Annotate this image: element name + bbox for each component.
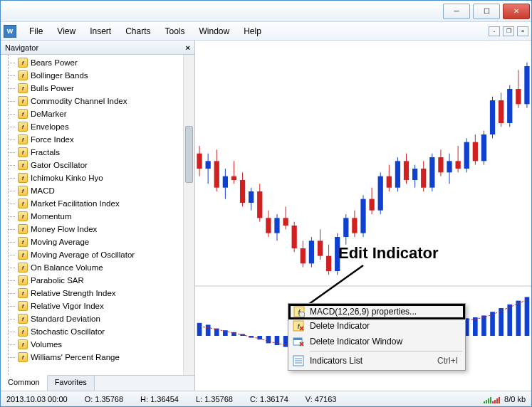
indicator-item[interactable]: fMarket Facilitation Index [8, 197, 194, 210]
indicator-item[interactable]: fMoney Flow Index [8, 223, 194, 236]
tab-common[interactable]: Common [1, 375, 48, 391]
indicator-item[interactable]: fMomentum [8, 210, 194, 223]
svg-rect-5 [214, 161, 219, 187]
indicator-icon: f [18, 211, 28, 221]
mdi-minimize[interactable]: - [489, 26, 500, 36]
ctx-properties-label: MACD(12,26,9) properties... [310, 307, 417, 317]
status-date: 2013.10.03 00:00 [6, 395, 85, 403]
status-low: L: 1.35768 [196, 395, 250, 403]
indicator-item[interactable]: fVolumes [8, 338, 194, 351]
indicator-item[interactable]: fWilliams' Percent Range [8, 351, 194, 364]
indicator-icon: f [18, 109, 28, 119]
indicator-label: Standard Deviation [31, 314, 100, 323]
indicator-label: Relative Vigor Index [31, 302, 104, 310]
indicator-item[interactable]: fFractals [8, 146, 194, 159]
indicator-icon: f [18, 199, 28, 208]
app-icon: W [4, 25, 16, 38]
svg-rect-23 [292, 226, 297, 248]
indicator-item[interactable]: fBollinger Bands [8, 69, 194, 82]
indicator-item[interactable]: fStochastic Oscillator [8, 325, 194, 338]
menu-insert[interactable]: Insert [83, 23, 118, 39]
svg-rect-11 [240, 180, 245, 203]
svg-rect-73 [507, 89, 512, 123]
indicator-label: Bollinger Bands [31, 71, 88, 80]
status-close: C: 1.36174 [250, 395, 306, 403]
indicator-icon: f [18, 96, 28, 106]
statusbar: 2013.10.03 00:00 O: 1.35768 H: 1.36454 L… [1, 391, 531, 406]
indicator-item[interactable]: fIchimoku Kinko Hyo [8, 171, 194, 184]
indicator-label: Bulls Power [31, 84, 74, 92]
ctx-delete-label: Delete Indicator [310, 321, 370, 331]
indicator-label: Money Flow Index [31, 225, 97, 233]
svg-rect-47 [395, 161, 400, 187]
ctx-delete-window[interactable]: Delete Indicator Window [290, 334, 464, 349]
svg-rect-65 [473, 142, 478, 162]
indicator-label: Market Facilitation Index [31, 199, 120, 208]
indicator-item[interactable]: fParabolic SAR [8, 274, 194, 287]
indicator-label: Bears Power [31, 58, 78, 67]
indicator-label: Moving Average [31, 238, 89, 246]
indicator-icon: f [18, 147, 28, 157]
menu-window[interactable]: Window [192, 23, 237, 39]
indicator-item[interactable]: fStandard Deviation [8, 312, 194, 325]
indicator-icon: f [18, 224, 28, 234]
maximize-button[interactable]: ☐ [473, 4, 500, 19]
svg-rect-19 [274, 218, 279, 233]
indicator-label: Fractals [31, 148, 60, 157]
svg-rect-41 [369, 199, 374, 211]
navigator-tree[interactable]: fBears PowerfBollinger BandsfBulls Power… [1, 55, 194, 375]
indicator-icon: f [18, 301, 28, 311]
menu-help[interactable]: Help [236, 23, 268, 39]
indicator-item[interactable]: fOn Balance Volume [8, 261, 194, 274]
indicator-item[interactable]: fBears Power [8, 56, 194, 69]
context-menu: f MACD(12,26,9) properties... f Delete I… [288, 303, 466, 371]
indicator-item[interactable]: fRelative Strength Index [8, 287, 194, 300]
indicator-icon: f [18, 83, 28, 93]
indicator-item[interactable]: fMoving Average of Oscillator [8, 248, 194, 261]
tab-favorites[interactable]: Favorites [48, 375, 95, 391]
minimize-button[interactable]: ─ [443, 4, 470, 19]
ctx-properties[interactable]: f MACD(12,26,9) properties... [288, 304, 465, 319]
ctx-delete-window-label: Delete Indicator Window [310, 337, 402, 347]
indicator-item[interactable]: fDeMarker [8, 107, 194, 120]
indicator-icon: f [18, 263, 28, 273]
navigator-title-text: Navigator [5, 43, 38, 52]
svg-rect-63 [464, 142, 469, 169]
svg-rect-61 [455, 161, 460, 169]
ctx-delete-indicator[interactable]: f Delete Indicator [290, 318, 464, 334]
svg-rect-51 [412, 169, 417, 180]
indicator-icon: f [18, 122, 28, 132]
svg-rect-25 [301, 248, 306, 263]
indicator-item[interactable]: fForce Index [8, 133, 194, 146]
navigator-close-icon[interactable]: × [186, 43, 190, 52]
indicator-item[interactable]: fMoving Average [8, 236, 194, 248]
indicator-item[interactable]: fEnvelopes [8, 120, 194, 133]
indicator-icon: f [18, 288, 28, 298]
indicator-label: Force Index [31, 135, 74, 144]
connection-icon [484, 395, 500, 403]
indicator-icon: f [18, 237, 28, 247]
svg-rect-57 [438, 157, 443, 172]
indicator-label: Gator Oscillator [31, 161, 88, 169]
indicator-item[interactable]: fGator Oscillator [8, 159, 194, 171]
indicator-item[interactable]: fMACD [8, 184, 194, 197]
navigator-tabs: Common Favorites [1, 375, 194, 391]
menu-charts[interactable]: Charts [118, 23, 157, 39]
mdi-restore[interactable]: ❐ [503, 26, 514, 36]
ctx-indicators-list[interactable]: Indicators List Ctrl+I [290, 353, 464, 369]
mdi-close[interactable]: × [517, 26, 528, 36]
indicator-item[interactable]: fCommodity Channel Index [8, 95, 194, 107]
ctx-list-label: Indicators List [310, 356, 363, 366]
svg-rect-3 [206, 161, 211, 169]
menu-tools[interactable]: Tools [158, 23, 192, 39]
menu-view[interactable]: View [50, 23, 83, 39]
indicator-item[interactable]: fBulls Power [8, 82, 194, 95]
svg-rect-127 [293, 338, 302, 340]
indicator-icon: f [18, 58, 28, 68]
svg-rect-15 [257, 191, 262, 218]
indicators-list-icon [293, 355, 304, 366]
menu-file[interactable]: File [22, 23, 50, 39]
indicator-item[interactable]: fRelative Vigor Index [8, 300, 194, 312]
svg-rect-39 [360, 199, 365, 233]
close-button[interactable]: ✕ [503, 4, 530, 19]
